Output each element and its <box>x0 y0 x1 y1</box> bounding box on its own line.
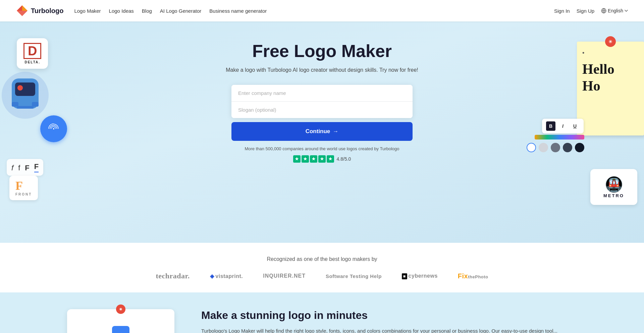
trust-text: More than 500,000 companies around the w… <box>226 146 418 151</box>
globe-icon <box>601 8 606 13</box>
sign-up-link[interactable]: Sign Up <box>577 8 594 14</box>
star-rating <box>293 155 334 163</box>
nav-left: Turbologo Logo Maker Logo Ideas Blog AI … <box>16 5 267 17</box>
bottom-preview <box>67 309 174 333</box>
nav-link-logo-ideas[interactable]: Logo Ideas <box>109 8 134 14</box>
circle-gray-light <box>539 143 548 152</box>
underline-btn: U <box>570 121 580 131</box>
nav-link-logo-maker[interactable]: Logo Maker <box>74 8 101 14</box>
rating-section: 4.8/5.0 <box>226 155 418 163</box>
language-selector[interactable]: English <box>601 8 628 13</box>
gear-small-icon <box>118 307 123 312</box>
bottom-section: Make a stunning logo in minutes Turbolog… <box>0 292 644 333</box>
continue-label: Continue <box>306 128 330 135</box>
svg-rect-11 <box>17 87 23 89</box>
svg-point-15 <box>53 128 54 129</box>
star-1 <box>293 155 301 163</box>
slogan-input[interactable] <box>231 102 413 118</box>
inquirer-logo: INQUIRER.NET <box>263 273 306 279</box>
circle-dark-gray <box>563 143 572 152</box>
nav-links: Logo Maker Logo Ideas Blog AI Logo Gener… <box>74 8 267 14</box>
svg-point-17 <box>610 41 611 42</box>
preview-content <box>75 321 166 333</box>
bottom-description: Turbologo's Logo Maker will help find th… <box>201 327 577 333</box>
bold-btn: B <box>546 121 555 131</box>
techradar-logo: techradar. <box>156 272 190 280</box>
circle-black <box>575 143 584 152</box>
deco-right: • HelloHo B I U 🚇 METRO <box>577 42 644 135</box>
nav-link-blog[interactable]: Blog <box>142 8 152 14</box>
hero-section: D DELTA. <box>0 21 644 243</box>
star-3 <box>310 155 317 163</box>
fingerprint-deco <box>40 115 67 142</box>
metro-icon: 🚇 <box>605 176 623 193</box>
nav-right: Sign In Sign Up English <box>554 8 628 14</box>
cybernews-logo: ■cybernews <box>402 273 438 279</box>
front-logo-deco: F FRONT <box>9 176 38 200</box>
nav-link-business-name[interactable]: Business name generator <box>209 8 267 14</box>
bottom-title: Make a stunning logo in minutes <box>201 309 577 322</box>
color-gradient-bar <box>535 135 584 140</box>
svg-marker-2 <box>17 5 22 11</box>
company-name-input[interactable] <box>231 85 413 102</box>
svg-rect-13 <box>32 102 39 107</box>
svg-rect-12 <box>12 102 18 107</box>
color-circles-deco <box>527 143 584 152</box>
sign-in-link[interactable]: Sign In <box>554 8 570 14</box>
nav-link-ai-logo[interactable]: AI Logo Generator <box>160 8 201 14</box>
language-label: English <box>608 8 623 13</box>
recognized-title: Recognized as one of the best logo maker… <box>0 256 644 262</box>
fingerprint-icon <box>47 122 60 135</box>
robot-deco <box>0 68 54 123</box>
delta-letter: D <box>23 43 41 59</box>
svg-marker-1 <box>22 5 28 11</box>
sticky-note-deco: • HelloHo <box>577 42 644 135</box>
star-4 <box>318 155 326 163</box>
fixthephoto-logo: FixthePhoto <box>458 272 488 280</box>
preview-card <box>67 309 174 333</box>
vistaprint-logo: ◈vistaprint. <box>210 273 243 279</box>
metro-card-deco: 🚇 METRO <box>590 169 637 205</box>
hero-title: Free Logo Maker <box>226 42 418 61</box>
hero-content: Free Logo Maker Make a logo with Turbolo… <box>226 42 418 163</box>
preview-pin <box>116 304 125 314</box>
chevron-down-icon <box>625 10 628 12</box>
robot-icon <box>0 68 54 122</box>
preview-arrow-btn[interactable] <box>112 326 129 333</box>
metro-label: METRO <box>603 193 624 198</box>
logo-link[interactable]: Turbologo <box>16 5 63 17</box>
pin-icon <box>605 36 616 47</box>
bottom-text: Make a stunning logo in minutes Turbolog… <box>201 309 577 333</box>
turbologo-icon <box>16 5 28 17</box>
star-2 <box>302 155 309 163</box>
arrow-right-icon <box>117 331 124 333</box>
gear-icon <box>608 39 613 44</box>
delta-card: D DELTA. <box>17 38 48 69</box>
star-5 <box>327 155 334 163</box>
italic-btn: I <box>558 121 568 131</box>
recognized-logos: techradar. ◈vistaprint. INQUIRER.NET Sof… <box>0 272 644 280</box>
hero-subtitle: Make a logo with Turbologo AI logo creat… <box>226 66 418 74</box>
delta-label: DELTA. <box>24 60 40 64</box>
logo-text: Turbologo <box>31 7 63 15</box>
svg-rect-14 <box>17 106 34 109</box>
recognized-section: Recognized as one of the best logo maker… <box>0 243 644 292</box>
svg-point-19 <box>120 309 121 310</box>
font-styles-deco: f f F F <box>7 159 43 176</box>
circle-white <box>527 143 536 152</box>
rating-value: 4.8/5.0 <box>337 156 351 162</box>
hero-form <box>231 85 413 118</box>
navbar: Turbologo Logo Maker Logo Ideas Blog AI … <box>0 0 644 21</box>
circle-gray <box>551 143 560 152</box>
arrow-icon: → <box>333 128 338 135</box>
software-testing-logo: Software Testing Help <box>326 273 382 279</box>
note-text: HelloHo <box>582 61 639 95</box>
text-tools-deco: B I U <box>542 119 584 133</box>
continue-button[interactable]: Continue → <box>231 122 413 141</box>
